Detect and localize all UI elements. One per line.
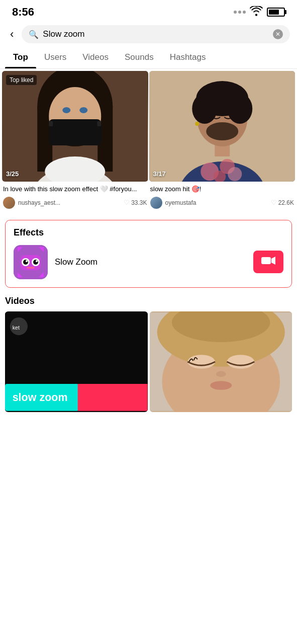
search-row: ‹ 🔍 Slow zoom ✕ — [0, 22, 297, 46]
record-button[interactable] — [253, 251, 283, 273]
effect-name: Slow Zoom — [55, 257, 246, 267]
svg-text:slow zoom: slow zoom — [13, 391, 68, 404]
svg-text:ket: ket — [13, 325, 20, 331]
bottom-video-1[interactable]: ket slow zoom — [5, 311, 148, 412]
effects-title: Effects — [14, 227, 283, 238]
wifi-icon — [250, 6, 263, 18]
status-icons — [234, 6, 285, 18]
svg-point-7 — [79, 107, 87, 113]
like-count-2: 22.6K — [278, 199, 294, 206]
svg-point-50 — [187, 355, 215, 368]
tab-videos[interactable]: Videos — [74, 46, 117, 68]
video-title-1: In love with this slow zoom effect 🤍 #fo… — [3, 185, 147, 194]
svg-point-6 — [62, 107, 70, 113]
top-videos-grid: Top liked 3/25 In love with this slow zo… — [0, 69, 297, 216]
signal-icon — [234, 11, 246, 14]
avatar-2 — [150, 197, 162, 209]
svg-point-17 — [228, 167, 242, 181]
bottom-video-2[interactable] — [150, 311, 292, 412]
heart-icon-2: ♡ — [271, 199, 277, 206]
battery-icon — [267, 8, 285, 17]
search-bar[interactable]: 🔍 Slow zoom ✕ — [22, 25, 290, 43]
tab-top[interactable]: Top — [5, 46, 36, 68]
video-info-2: slow zoom hit 🎯! oyemustafa ♡ 22.6K — [149, 182, 295, 214]
avatar-1 — [3, 197, 15, 209]
svg-rect-38 — [261, 257, 271, 264]
svg-rect-8 — [49, 119, 101, 145]
svg-point-23 — [206, 122, 238, 140]
effects-section: Effects — [5, 220, 292, 288]
likes-1: ♡ 33.3K — [124, 199, 147, 206]
back-button[interactable]: ‹ — [7, 26, 17, 43]
username-2: oyemustafa — [165, 199, 268, 206]
videos-section: Videos ket slow zoom — [0, 292, 297, 412]
tab-sounds[interactable]: Sounds — [117, 46, 162, 68]
username-1: nushays_aest... — [18, 199, 121, 206]
svg-rect-37 — [27, 267, 35, 269]
video-card-1[interactable]: Top liked 3/25 In love with this slow zo… — [2, 71, 148, 214]
svg-marker-39 — [271, 257, 275, 265]
video-title-2: slow zoom hit 🎯! — [150, 185, 294, 194]
video-info-1: In love with this slow zoom effect 🤍 #fo… — [2, 182, 148, 214]
svg-point-36 — [36, 260, 38, 262]
svg-point-53 — [210, 381, 232, 390]
video-thumb-2: 3/17 — [149, 71, 295, 182]
svg-point-34 — [33, 260, 38, 265]
svg-point-32 — [23, 260, 28, 265]
top-liked-badge: Top liked — [6, 75, 37, 85]
svg-point-52 — [216, 371, 226, 377]
heart-icon-1: ♡ — [124, 199, 130, 206]
svg-point-51 — [227, 355, 254, 368]
effect-icon-box — [14, 245, 48, 279]
bottom-videos-grid: ket slow zoom — [5, 311, 292, 412]
video-card-2[interactable]: 3/17 slow zoom hit 🎯! oyemustafa ♡ 22.6K — [149, 71, 295, 214]
svg-point-35 — [26, 260, 28, 262]
like-count-1: 33.3K — [131, 199, 147, 206]
search-query: Slow zoom — [43, 29, 269, 39]
effect-row: Slow Zoom — [14, 245, 283, 279]
svg-point-24 — [195, 122, 199, 126]
svg-point-21 — [192, 94, 217, 124]
video-user-row-2: oyemustafa ♡ 22.6K — [150, 197, 294, 209]
clear-search-button[interactable]: ✕ — [273, 29, 283, 39]
status-time: 8:56 — [12, 6, 34, 19]
video-count-2: 3/17 — [153, 170, 166, 178]
svg-rect-44 — [78, 384, 148, 411]
tabs-bar: Top Users Videos Sounds Hashtags — [0, 46, 297, 69]
svg-point-22 — [227, 94, 252, 124]
video-thumb-1: Top liked 3/25 — [2, 71, 148, 182]
videos-section-title: Videos — [5, 296, 292, 306]
likes-2: ♡ 22.6K — [271, 199, 294, 206]
svg-rect-10 — [97, 121, 101, 126]
video-user-row-1: nushays_aest... ♡ 33.3K — [3, 197, 147, 209]
svg-rect-9 — [49, 121, 53, 126]
video-count-1: 3/25 — [6, 170, 19, 178]
tab-users[interactable]: Users — [36, 46, 74, 68]
camera-icon — [261, 256, 275, 268]
tab-hashtags[interactable]: Hashtags — [162, 46, 214, 68]
status-bar: 8:56 — [0, 0, 297, 22]
search-icon: 🔍 — [29, 30, 39, 39]
